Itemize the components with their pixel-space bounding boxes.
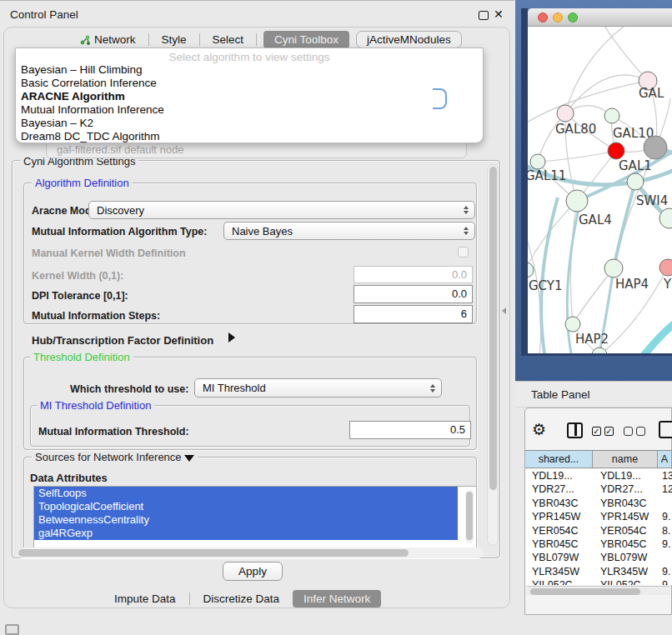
table-row[interactable]: YBR045CYBR045C9.	[525, 538, 672, 551]
list-scrollbar[interactable]	[465, 490, 474, 543]
which-threshold-select[interactable]: MI Threshold	[194, 378, 442, 398]
tab-jactivemnodules[interactable]: jActiveMNodules	[356, 31, 462, 48]
table-cell	[658, 497, 672, 510]
float-window-icon[interactable]	[479, 11, 489, 20]
attribute-item-selfloops[interactable]: SelfLoops	[34, 487, 458, 500]
network-icon	[79, 34, 91, 46]
table-row[interactable]: YER054CYER054C8.	[525, 524, 672, 538]
kernel-width-input[interactable]: 0.0	[354, 266, 473, 283]
select-all-icon-2[interactable]: ✓	[604, 427, 614, 436]
algorithm-option-bayesian-hill-climbing[interactable]: Bayesian – Hill Climbing	[16, 63, 483, 77]
table-cell: YIL052C	[525, 578, 593, 585]
algorithm-popup: Select algorithm to view settings Bayesi…	[15, 48, 484, 143]
mi-type-select[interactable]: Naive Bayes	[223, 222, 475, 240]
attribute-item-gal4rgexp[interactable]: gal4RGexp	[34, 527, 458, 540]
network-node-gal80[interactable]	[557, 105, 574, 122]
settings-horizontal-scrollbar[interactable]	[17, 548, 484, 558]
bottom-tab-infer-network[interactable]: Infer Network	[293, 590, 381, 608]
split-divider-handle[interactable]	[502, 308, 506, 314]
table-row[interactable]: YPR145WYPR145W9.	[525, 510, 672, 523]
network-node[interactable]	[592, 348, 607, 353]
mi-threshold-input[interactable]: 0.5	[349, 421, 471, 439]
network-node-gcy1[interactable]	[528, 262, 534, 278]
attribute-item-topologicalcoefficient[interactable]: TopologicalCoefficient	[34, 500, 458, 513]
expand-right-icon[interactable]	[228, 332, 235, 342]
network-node-gal4[interactable]	[566, 190, 588, 212]
network-window-titlebar[interactable]	[528, 8, 672, 27]
close-icon[interactable]: ✕	[494, 8, 504, 21]
minimize-window-icon[interactable]	[553, 12, 563, 22]
network-node-gal10[interactable]	[604, 108, 619, 123]
network-node-y[interactable]	[659, 259, 672, 276]
table-row[interactable]: YDL19...YDL19...13	[525, 469, 672, 482]
apply-button[interactable]: Apply	[223, 562, 283, 581]
dock-corner-icon[interactable]	[5, 624, 19, 635]
table-horizontal-scrollbar[interactable]	[527, 586, 670, 595]
algorithm-option-basic-correlation-inference[interactable]: Basic Correlation Inference	[16, 77, 483, 90]
deselect-all-icon-2[interactable]	[636, 427, 645, 436]
close-window-icon[interactable]	[538, 12, 548, 22]
gear-icon[interactable]: ⚙	[532, 420, 546, 439]
network-node-hap2[interactable]	[565, 317, 580, 332]
network-node-gal1[interactable]	[608, 142, 624, 159]
column-header-shared[interactable]: shared...	[525, 451, 593, 468]
tab-label: Network	[94, 33, 136, 46]
algorithm-option-bayesian-k2[interactable]: Bayesian – K2	[16, 117, 483, 130]
bottom-tab-discretize-data[interactable]: Discretize Data	[198, 590, 286, 608]
network-node-gal11[interactable]	[530, 154, 545, 169]
tab-select[interactable]: Select	[207, 31, 250, 48]
combo-stepper-icon	[464, 227, 469, 235]
mi-type-label: Mutual Information Algorithm Type:	[32, 226, 207, 238]
algorithm-option-mutual-information-inference[interactable]: Mutual Information Inference	[16, 103, 483, 117]
tab-network[interactable]: Network	[73, 31, 142, 48]
network-canvas[interactable]: GALGAL80GAL10GAL1GAL11SWI4GAL4GCY1HAP4YH…	[528, 27, 672, 353]
mi-steps-label: Mutual Information Steps:	[32, 310, 160, 322]
data-attributes-label: Data Attributes	[30, 472, 108, 484]
algorithm-option-aracne-algorithm[interactable]: ARACNE Algorithm	[16, 90, 483, 103]
zoom-window-icon[interactable]	[568, 12, 578, 22]
network-node-hap4[interactable]	[604, 259, 623, 278]
tab-separator	[189, 592, 190, 605]
table-body: YDL19...YDL19...13YDR27...YDR27...12YBR0…	[525, 469, 672, 585]
manual-kernel-checkbox[interactable]	[458, 247, 469, 258]
table-cell: 9	[658, 578, 672, 585]
network-node-swi4[interactable]	[627, 173, 644, 190]
algorithm-option-dream8-dc-tdc-algorithm[interactable]: Dream8 DC_TDC Algorithm	[16, 130, 483, 143]
tab-cyni-toolbox[interactable]: Cyni Toolbox	[263, 31, 349, 48]
column-chooser-icon[interactable]	[567, 422, 583, 438]
sources-group-title: Sources for Network Inference	[32, 451, 198, 463]
panel-top-border	[0, 0, 514, 1]
table-row[interactable]: YDR27...YDR27...12	[525, 482, 672, 496]
dpi-tolerance-input[interactable]: 0.0	[354, 285, 473, 303]
deselect-all-icon[interactable]	[624, 427, 633, 436]
select-all-icon[interactable]: ✓	[592, 427, 601, 436]
table-cell	[658, 551, 672, 564]
column-header-a[interactable]: A	[658, 451, 672, 468]
collapse-down-icon[interactable]	[184, 455, 194, 462]
table-panel-title: Table Panel	[531, 388, 590, 401]
table-row[interactable]: YIL052CYIL052C9	[525, 578, 672, 585]
algorithm-placeholder[interactable]: Select algorithm to view settings	[16, 48, 483, 63]
tab-separator	[256, 33, 257, 46]
combo-stepper-icon	[464, 206, 469, 214]
network-node[interactable]	[644, 136, 667, 159]
bottom-tab-impute-data[interactable]: Impute Data	[108, 590, 182, 608]
table-cell: YBR043C	[593, 497, 658, 510]
settings-vertical-scrollbar[interactable]	[487, 164, 499, 546]
mi-steps-input[interactable]: 6	[354, 305, 473, 323]
data-attributes-list[interactable]: SelfLoopsTopologicalCoefficientBetweenne…	[33, 486, 477, 548]
table-cell: 12	[658, 482, 672, 496]
tab-style[interactable]: Style	[156, 31, 193, 48]
node-label-gal4: GAL4	[579, 212, 612, 228]
column-header-name[interactable]: name	[593, 451, 658, 468]
table-row[interactable]: YLR345WYLR345W9.	[525, 565, 672, 578]
tab-separator	[148, 33, 149, 46]
attribute-item-betweennesscentrality[interactable]: BetweennessCentrality	[34, 513, 458, 527]
aracne-mode-select[interactable]: Discovery	[88, 201, 475, 219]
table-row[interactable]: YBL079WYBL079W	[525, 551, 672, 564]
top-tab-bar: NetworkStyleSelectCyni ToolboxjActiveMNo…	[73, 30, 462, 49]
table-row[interactable]: YBR043CYBR043C	[525, 497, 672, 510]
node-label-swi4: SWI4	[636, 193, 668, 208]
function-builder-icon[interactable]	[659, 421, 672, 438]
table-cell: YDR27...	[525, 482, 593, 496]
